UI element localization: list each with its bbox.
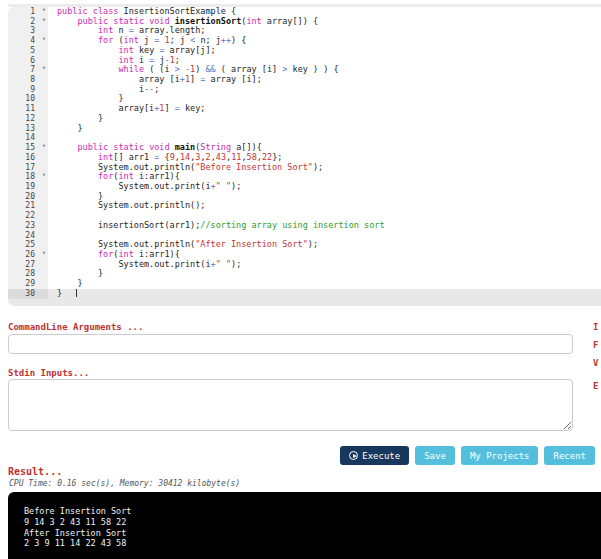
output-line: 2 3 9 11 14 22 43 58 (24, 538, 601, 549)
my-projects-button-label: My Projects (470, 451, 530, 461)
line-number: 19 (8, 182, 48, 192)
code-editor[interactable]: 1▾public class InsertionSortExample {2▾ … (8, 4, 601, 306)
play-icon (349, 451, 358, 460)
text-cursor (76, 289, 77, 297)
line-number: 20 (8, 192, 48, 202)
code-line[interactable]: 30} (8, 289, 601, 299)
commandline-arguments-label: CommandLine Arguments ... (8, 322, 143, 332)
line-number: 16 (8, 153, 48, 163)
line-number: 8 (8, 75, 48, 85)
execute-button-label: Execute (362, 451, 400, 461)
code-line[interactable]: 29 } (8, 279, 601, 289)
line-number: 21 (8, 201, 48, 211)
code-text: } (48, 289, 601, 299)
fold-arrow-icon[interactable]: ▾ (42, 64, 46, 74)
code-line[interactable]: 23 insertionSort(arr1);//sorting array u… (8, 221, 601, 231)
fold-arrow-icon[interactable]: ▾ (42, 35, 46, 45)
fold-arrow-icon[interactable]: ▾ (42, 249, 46, 259)
side-panel-link[interactable]: V (593, 358, 601, 368)
line-number: 10 (8, 94, 48, 104)
save-button-label: Save (424, 451, 446, 461)
line-number: 5 (8, 46, 48, 56)
code-line[interactable]: 21 System.out.println(); (8, 201, 601, 211)
my-projects-button[interactable]: My Projects (461, 446, 539, 465)
output-terminal: Before Insertion Sort9 14 3 2 43 11 58 2… (8, 492, 601, 559)
action-toolbar: Execute Save My Projects Recent (8, 446, 595, 465)
fold-arrow-icon[interactable]: ▾ (42, 6, 46, 16)
side-panel-link[interactable]: F (593, 340, 601, 350)
output-line: Before Insertion Sort (24, 506, 601, 517)
editor-bottom-bar (8, 299, 601, 306)
fold-arrow-icon[interactable]: ▾ (42, 171, 46, 181)
line-number: 26▾ (8, 250, 48, 260)
line-number: 27 (8, 260, 48, 270)
recent-button[interactable]: Recent (544, 446, 595, 465)
side-panel-link[interactable]: I (593, 322, 601, 332)
commandline-arguments-input[interactable] (8, 334, 573, 354)
fold-arrow-icon[interactable]: ▾ (42, 142, 46, 152)
output-line: After Insertion Sort (24, 528, 601, 539)
line-number: 24 (8, 231, 48, 241)
code-text: insertionSort(arr1);//sorting array usin… (48, 221, 601, 231)
code-text: i--; (48, 85, 601, 95)
line-number: 2▾ (8, 17, 48, 27)
fold-arrow-icon[interactable]: ▾ (42, 16, 46, 26)
code-text: } (48, 114, 601, 124)
line-number: 12 (8, 114, 48, 124)
code-line[interactable]: 28 } (8, 269, 601, 279)
line-number: 15▾ (8, 143, 48, 153)
side-panel-link[interactable]: E (593, 381, 601, 391)
save-button[interactable]: Save (415, 446, 455, 465)
code-line[interactable]: 13 } (8, 124, 601, 134)
line-number: 13 (8, 124, 48, 134)
output-line: 9 14 3 2 43 11 58 22 (24, 517, 601, 528)
code-text: } (48, 269, 601, 279)
code-line[interactable]: 12 } (8, 114, 601, 124)
code-text: array[i+1] = key; (48, 104, 601, 114)
code-text: } (48, 279, 601, 289)
line-number: 29 (8, 279, 48, 289)
line-number: 11 (8, 104, 48, 114)
execute-button[interactable]: Execute (340, 446, 409, 465)
line-number: 22 (8, 211, 48, 221)
code-text: System.out.println(); (48, 201, 601, 211)
code-lines-container: 1▾public class InsertionSortExample {2▾ … (8, 7, 601, 299)
line-number: 7▾ (8, 65, 48, 75)
code-text: System.out.print(i+" "); (48, 182, 601, 192)
cpu-time-memory-stats: CPU Time: 0.16 sec(s), Memory: 30412 kil… (9, 479, 240, 488)
code-text: } (48, 124, 601, 134)
stdin-inputs-textarea[interactable] (8, 379, 573, 431)
line-number: 30 (8, 289, 48, 299)
line-number: 9 (8, 85, 48, 95)
line-number: 18▾ (8, 172, 48, 182)
result-title: Result... (8, 466, 62, 477)
line-number: 4▾ (8, 36, 48, 46)
recent-button-label: Recent (553, 451, 586, 461)
line-number: 23 (8, 221, 48, 231)
stdin-inputs-label: Stdin Inputs... (8, 368, 89, 378)
code-text: System.out.print(i+" "); (48, 260, 601, 270)
line-number: 28 (8, 269, 48, 279)
